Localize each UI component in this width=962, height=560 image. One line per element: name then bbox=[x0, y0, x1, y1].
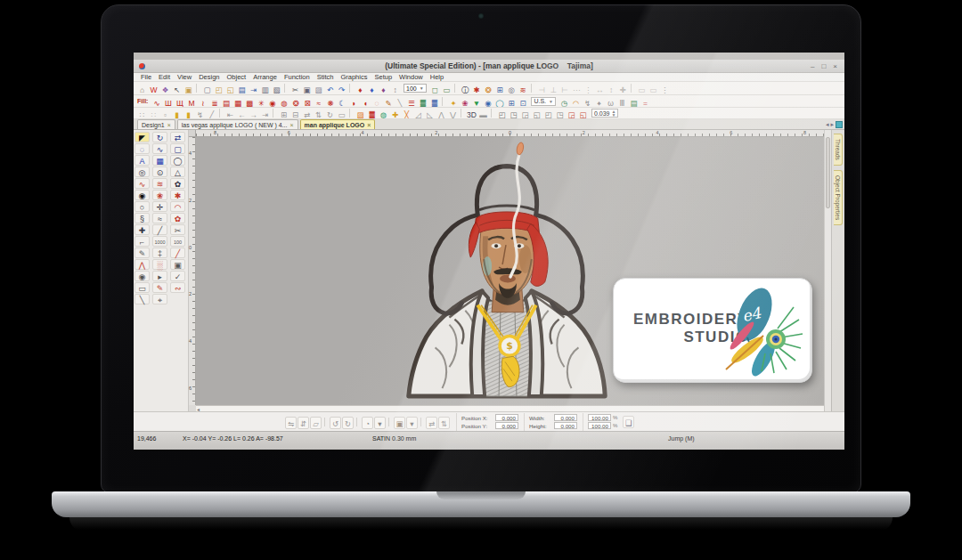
rotate-right-icon[interactable]: ↻ bbox=[342, 417, 354, 429]
height-field[interactable]: 0.000 bbox=[554, 422, 577, 429]
show-stitches-icon[interactable]: ≋ bbox=[518, 85, 529, 95]
stemstitch-icon[interactable]: ≣ bbox=[208, 99, 220, 109]
lettering-icon[interactable]: A bbox=[135, 155, 150, 166]
color-wheel-icon[interactable]: ❂ bbox=[483, 85, 494, 95]
hatch-lines-icon[interactable]: ☰ bbox=[405, 99, 417, 109]
document-tab-man-applique-logo[interactable]: man applique LOGO× bbox=[300, 119, 376, 129]
red-pen-tool-icon[interactable]: ✎ bbox=[152, 282, 167, 293]
tshirt-icon[interactable]: ▼ bbox=[470, 99, 482, 109]
grid-a-icon[interactable]: ⊞ bbox=[505, 99, 517, 109]
arc-tool-icon[interactable]: ◠ bbox=[170, 201, 185, 212]
fan-tool-icon[interactable]: ✛ bbox=[152, 201, 167, 212]
menu-setup[interactable]: Setup bbox=[371, 73, 395, 81]
dot-tool-icon[interactable]: ⊙ bbox=[152, 166, 167, 177]
skew-icon[interactable]: ▱ bbox=[310, 417, 322, 429]
crosshatch-icon[interactable]: ⊠ bbox=[301, 99, 313, 109]
flip-v-icon[interactable]: ⇅ bbox=[313, 110, 324, 119]
grid-toggle-icon[interactable]: ⊞ bbox=[494, 85, 506, 95]
move-h-icon[interactable]: ↔ bbox=[594, 85, 606, 95]
scrollbar-thumb[interactable] bbox=[826, 137, 830, 208]
mirror-merge-h-icon[interactable]: ⇄ bbox=[426, 417, 437, 429]
spinner-icon[interactable]: ▲▼ bbox=[612, 110, 616, 117]
motif-run-icon[interactable]: М bbox=[185, 99, 197, 109]
monogram-icon[interactable]: ▦ bbox=[152, 155, 167, 166]
field-a-icon[interactable]: ▭ bbox=[636, 85, 648, 95]
docker-tab-object-properties[interactable]: Object Properties bbox=[834, 170, 843, 225]
scroll-left-icon[interactable]: ◂ bbox=[197, 406, 200, 412]
spiral-tool-icon[interactable]: ✿ bbox=[170, 178, 185, 189]
satin-icon[interactable]: ▤ bbox=[220, 99, 232, 109]
flip-horizontal-icon[interactable]: ⇋ bbox=[285, 417, 297, 429]
nudge-icon[interactable]: ✚ bbox=[617, 85, 629, 95]
scale-y-field[interactable]: 100.00 bbox=[588, 422, 611, 429]
flip-vertical-icon[interactable]: ⇵ bbox=[298, 417, 309, 429]
horizontal-scrollbar[interactable]: ◂ bbox=[196, 405, 824, 411]
satin-tool-icon[interactable]: ≋ bbox=[152, 178, 167, 189]
overlap-2-icon[interactable]: ◳ bbox=[508, 110, 519, 119]
tatami-icon[interactable]: ▩ bbox=[243, 99, 255, 109]
fancy-icon[interactable]: ✦ bbox=[447, 99, 459, 109]
flower-tool-icon[interactable]: ✿ bbox=[170, 213, 185, 223]
end-marker-icon[interactable]: = bbox=[640, 99, 651, 109]
open-recent-icon[interactable]: ◱ bbox=[224, 85, 236, 95]
panel-toggle-icon[interactable] bbox=[836, 121, 843, 128]
grid-b-icon[interactable]: ⊡ bbox=[517, 99, 528, 109]
raised-satin-icon[interactable]: ▦ bbox=[232, 99, 243, 109]
select-box-icon[interactable]: ▫ bbox=[159, 110, 171, 119]
petal-tool-icon[interactable]: ❀ bbox=[152, 190, 167, 200]
select-icon[interactable]: ◤ bbox=[135, 132, 150, 142]
wave-fill-icon[interactable]: ≈ bbox=[313, 99, 324, 109]
motif-fill-icon[interactable]: ✳ bbox=[255, 99, 266, 109]
minimize-button[interactable]: – bbox=[811, 62, 814, 70]
overlap-5-icon[interactable]: ◰ bbox=[542, 110, 554, 119]
redo-icon[interactable]: ↷ bbox=[336, 85, 347, 95]
dial-dd-icon[interactable]: ▾ bbox=[374, 417, 386, 429]
hoop-toggle-icon[interactable]: ◎ bbox=[506, 85, 518, 95]
overview-icon[interactable]: ▭ bbox=[441, 85, 452, 95]
red-hatch-icon[interactable]: ░ bbox=[152, 259, 167, 270]
ring-tool-icon[interactable]: ○ bbox=[135, 201, 150, 212]
ripple-icon[interactable]: ◉ bbox=[266, 99, 278, 109]
menu-stitch[interactable]: Stitch bbox=[314, 73, 338, 81]
group-icon[interactable]: ⊞ bbox=[278, 110, 289, 119]
tab-close-icon[interactable]: × bbox=[167, 122, 171, 128]
print-preview-icon[interactable]: ▧ bbox=[271, 85, 282, 95]
red-wave-icon[interactable]: ∾ bbox=[170, 282, 185, 293]
wave-tool-icon[interactable]: ≈ bbox=[152, 213, 167, 223]
move-v-icon[interactable]: ↕ bbox=[606, 85, 617, 95]
string-art-icon[interactable]: ❋ bbox=[324, 99, 336, 109]
position-y-field[interactable]: 0.000 bbox=[495, 422, 518, 429]
marquee-icon[interactable]: ∷ bbox=[136, 110, 148, 119]
rotate-dial-icon[interactable]: ◔ bbox=[362, 417, 373, 429]
scale-x-field[interactable]: 100.00 bbox=[588, 414, 611, 421]
eye-tool-icon[interactable]: ◉ bbox=[135, 271, 150, 281]
thread-colors-icon[interactable]: ✱ bbox=[471, 85, 483, 95]
stamp-tool-icon[interactable]: ▣ bbox=[170, 259, 185, 270]
sculpture-run-icon[interactable]: Щ bbox=[174, 99, 185, 109]
overlap-3-icon[interactable]: ◲ bbox=[519, 110, 531, 119]
slant-b-icon[interactable]: ◺ bbox=[424, 110, 436, 119]
cross-tool-icon[interactable]: ✚ bbox=[135, 224, 150, 235]
star-tool-icon[interactable]: ✱ bbox=[170, 190, 185, 200]
slant-a-icon[interactable]: ◿ bbox=[412, 110, 424, 119]
export-machine-icon[interactable]: ⇥ bbox=[248, 85, 259, 95]
parallel-icon[interactable]: Ⅲ bbox=[616, 99, 628, 109]
menu-file[interactable]: File bbox=[137, 73, 155, 81]
position-x-field[interactable]: 0.000 bbox=[495, 414, 518, 421]
tab-prev-icon[interactable]: ◂ bbox=[826, 121, 829, 128]
rotate-left-icon[interactable]: ↺ bbox=[330, 417, 341, 429]
wand-icon[interactable]: ↯ bbox=[194, 110, 206, 119]
triple-run-icon[interactable]: Ш bbox=[162, 99, 174, 109]
slash-tool-icon[interactable]: ╲ bbox=[135, 294, 150, 304]
paste-icon[interactable]: ▨ bbox=[313, 85, 324, 95]
petal-b-icon[interactable]: ◖ bbox=[359, 99, 371, 109]
next-object-icon[interactable]: → bbox=[248, 110, 259, 119]
measure-tool-icon[interactable]: ⌐ bbox=[135, 236, 150, 247]
mirror-tool-icon[interactable]: ⇄ bbox=[170, 132, 185, 142]
scissors-tool-icon[interactable]: ✂ bbox=[170, 224, 185, 235]
align-left-icon[interactable]: ⊣ bbox=[536, 85, 548, 95]
remove-overlap-icon[interactable]: ▨ bbox=[355, 110, 366, 119]
petal-c-icon[interactable]: ◌ bbox=[371, 99, 382, 109]
menu-arrange[interactable]: Arrange bbox=[249, 73, 281, 81]
outline-box-icon[interactable]: ▭ bbox=[336, 110, 347, 119]
